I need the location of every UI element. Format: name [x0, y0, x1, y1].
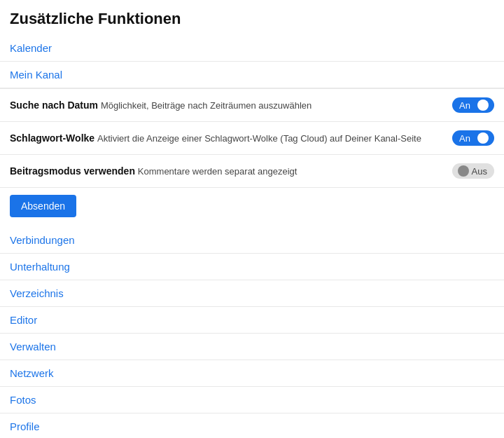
- setting-text-suche: Suche nach Datum Möglichkeit, Beiträge n…: [10, 100, 452, 111]
- setting-text-schlagwort: Schlagwort-Wolke Aktiviert die Anzeige e…: [10, 132, 452, 144]
- toggle-suche-label: An: [459, 100, 470, 111]
- nav-link-verzeichnis[interactable]: Verzeichnis: [0, 280, 504, 307]
- setting-label-suche: Suche nach Datum: [10, 100, 98, 111]
- nav-link-verwalten[interactable]: Verwalten: [0, 334, 504, 360]
- setting-row-schlagwort-wolke: Schlagwort-Wolke Aktiviert die Anzeige e…: [0, 122, 504, 155]
- nav-link-unterhaltung[interactable]: Unterhaltung: [0, 254, 504, 280]
- nav-link-profile[interactable]: Profile: [0, 413, 504, 438]
- nav-link-fotos[interactable]: Fotos: [0, 387, 504, 413]
- toggle-schlagwort-label: An: [459, 133, 470, 144]
- nav-link-mein-kanal[interactable]: Mein Kanal: [0, 62, 504, 88]
- toggle-circle-schlagwort: [477, 132, 489, 144]
- toggle-beitragsmodus[interactable]: Aus: [452, 163, 494, 179]
- nav-link-editor[interactable]: Editor: [0, 307, 504, 334]
- settings-section: Suche nach Datum Möglichkeit, Beiträge n…: [0, 88, 504, 188]
- submit-button[interactable]: Absenden: [10, 195, 76, 217]
- toggle-circle-suche: [477, 100, 489, 111]
- page-title: Zusätzliche Funktionen: [0, 0, 504, 35]
- nav-link-verbindungen[interactable]: Verbindungen: [0, 227, 504, 254]
- page-container: Zusätzliche Funktionen Kalender Mein Kan…: [0, 0, 504, 438]
- setting-row-suche-nach-datum: Suche nach Datum Möglichkeit, Beiträge n…: [0, 89, 504, 122]
- setting-desc-suche-text: Möglichkeit, Beiträge nach Zeiträumen au…: [101, 100, 312, 111]
- setting-desc-beitragsmodus-text: Kommentare werden separat angezeigt: [138, 166, 298, 177]
- toggle-suche-nach-datum[interactable]: An: [452, 97, 494, 113]
- toggle-circle-beitragsmodus: [458, 165, 469, 177]
- setting-label-schlagwort: Schlagwort-Wolke: [10, 132, 94, 144]
- toggle-beitragsmodus-label: Aus: [472, 166, 487, 177]
- setting-text-beitragsmodus: Beitragsmodus verwenden Kommentare werde…: [10, 165, 452, 177]
- nav-link-kalender[interactable]: Kalender: [0, 35, 504, 62]
- nav-link-netzwerk[interactable]: Netzwerk: [0, 360, 504, 387]
- setting-row-beitragsmodus: Beitragsmodus verwenden Kommentare werde…: [0, 155, 504, 187]
- toggle-schlagwort-wolke[interactable]: An: [452, 130, 494, 146]
- setting-label-beitragsmodus: Beitragsmodus verwenden: [10, 165, 135, 177]
- setting-desc-schlagwort-text: Aktiviert die Anzeige einer Schlagwort-W…: [97, 133, 421, 144]
